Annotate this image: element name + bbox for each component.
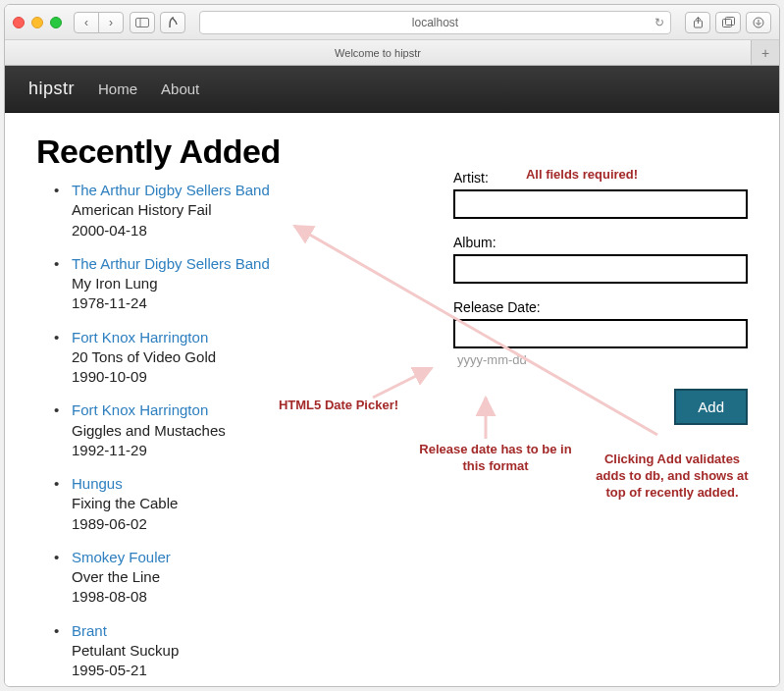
reader-button[interactable]: [160, 12, 185, 33]
tab-title: Welcome to hipstr: [335, 47, 421, 59]
window-controls: [13, 17, 62, 28]
album-name: Petulant Suckup: [72, 641, 414, 661]
release-date: 1992-11-29: [72, 441, 414, 460]
release-date: 1990-10-09: [72, 367, 414, 387]
artist-link[interactable]: Fort Knox Harrington: [72, 400, 414, 420]
album-name: American History Fail: [72, 200, 414, 220]
release-date: 1998-08-08: [72, 587, 414, 607]
app-navbar: hipstr Home About: [5, 66, 779, 113]
list-item: Fort Knox HarringtonGiggles and Mustache…: [72, 400, 414, 460]
list-item: BrantPetulant Suckup1995-05-21: [72, 621, 414, 681]
release-date-placeholder: yyyy-mm-dd: [453, 352, 748, 367]
browser-tab[interactable]: Welcome to hipstr: [5, 40, 752, 65]
close-window-button[interactable]: [13, 17, 25, 28]
artist-link[interactable]: Fort Knox Harrington: [72, 328, 414, 347]
add-form: Artist: Album: Release Date: yyyy-mm-dd …: [453, 133, 748, 686]
svg-rect-0: [136, 18, 149, 27]
artist-link[interactable]: Smokey Fouler: [72, 548, 414, 567]
list-item: The Arthur Digby Sellers BandMy Iron Lun…: [72, 254, 414, 314]
release-date: 1995-05-21: [72, 661, 414, 680]
address-bar[interactable]: localhost ↻: [199, 11, 671, 34]
artist-link[interactable]: Hungus: [72, 474, 414, 494]
downloads-button[interactable]: [746, 12, 771, 33]
browser-toolbar: ‹ › localhost ↻: [5, 5, 779, 40]
list-item: The Arthur Digby Sellers BandAmerican Hi…: [72, 181, 414, 240]
album-name: Fixing the Cable: [72, 494, 414, 513]
nav-about[interactable]: About: [161, 80, 199, 97]
list-item: Smokey FoulerOver the Line1998-08-08: [72, 548, 414, 608]
release-date: 1978-11-24: [72, 293, 414, 313]
release-date: 1989-06-02: [72, 514, 414, 534]
release-date-label: Release Date:: [453, 299, 748, 315]
brand-logo[interactable]: hipstr: [28, 79, 75, 99]
zoom-window-button[interactable]: [50, 17, 62, 28]
artist-input[interactable]: [453, 189, 748, 219]
svg-rect-3: [722, 20, 731, 27]
recent-column: Recently Added The Arthur Digby Sellers …: [36, 133, 414, 686]
nav-home[interactable]: Home: [98, 80, 137, 97]
release-date: 2000-04-18: [72, 221, 414, 240]
album-input[interactable]: [453, 254, 748, 284]
url-text: localhost: [412, 16, 458, 29]
album-name: Over the Line: [72, 567, 414, 587]
back-button[interactable]: ‹: [74, 12, 99, 33]
browser-window: ‹ › localhost ↻ Welcome to hipstr + hi: [4, 4, 780, 687]
main-content: Recently Added The Arthur Digby Sellers …: [5, 113, 779, 686]
album-name: My Iron Lung: [72, 274, 414, 293]
sidebar-toggle-button[interactable]: [130, 12, 155, 33]
forward-button[interactable]: ›: [98, 12, 124, 33]
artist-link[interactable]: The Arthur Digby Sellers Band: [72, 254, 414, 274]
tabs-button[interactable]: [715, 12, 741, 33]
release-date-input[interactable]: [453, 319, 748, 348]
minimize-window-button[interactable]: [31, 17, 43, 28]
share-button[interactable]: [685, 12, 710, 33]
svg-rect-4: [725, 18, 734, 26]
tab-strip: Welcome to hipstr +: [5, 40, 779, 66]
list-item: HungusFixing the Cable1989-06-02: [72, 474, 414, 534]
album-label: Album:: [453, 235, 748, 250]
page-viewport: hipstr Home About Recently Added The Art…: [5, 66, 779, 686]
new-tab-button[interactable]: +: [752, 40, 779, 65]
album-name: Giggles and Mustaches: [72, 421, 414, 441]
reload-icon[interactable]: ↻: [654, 16, 664, 29]
artist-label: Artist:: [453, 170, 748, 186]
album-list: The Arthur Digby Sellers BandAmerican Hi…: [36, 181, 414, 680]
artist-link[interactable]: The Arthur Digby Sellers Band: [72, 181, 414, 200]
add-button[interactable]: Add: [674, 389, 748, 425]
album-name: 20 Tons of Video Gold: [72, 347, 414, 367]
list-item: Fort Knox Harrington20 Tons of Video Gol…: [72, 328, 414, 388]
artist-link[interactable]: Brant: [72, 621, 414, 641]
page-title: Recently Added: [36, 133, 414, 171]
